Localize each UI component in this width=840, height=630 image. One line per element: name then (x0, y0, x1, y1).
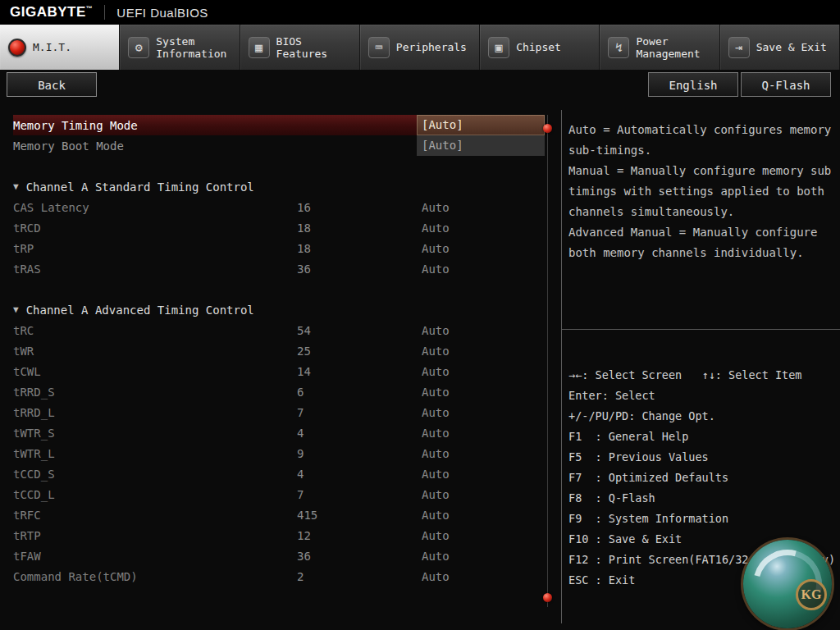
help-description: Auto = Automatically configures memory s… (568, 120, 836, 263)
tab-label: Chipset (516, 41, 561, 53)
setting-auto-value: Auto (422, 550, 545, 563)
tab-label: M.I.T. (33, 41, 71, 53)
scroll-up-button[interactable] (543, 124, 552, 133)
setting-row: tFAW 36 Auto (13, 546, 545, 566)
trademark-symbol: ™ (86, 5, 94, 12)
brand-text: GIGABYTE (10, 4, 86, 20)
setting-name: tRC (13, 324, 297, 337)
tab-system-information[interactable]: ⚙ System Information (120, 25, 240, 70)
setting-name: tRCD (13, 221, 297, 235)
setting-name: tCWL (13, 365, 297, 378)
peripherals-icon: ⌨ (368, 37, 390, 58)
setting-auto-value: Auto (422, 529, 545, 542)
setting-name: tRTP (13, 529, 297, 542)
setting-name: tRRD_L (13, 406, 297, 419)
tab-bios-features[interactable]: ▦ BIOS Features (240, 25, 360, 70)
setting-current-value: 36 (297, 262, 422, 276)
gear-icon: ⚙ (128, 37, 149, 58)
setting-row: tWR 25 Auto (13, 340, 545, 361)
setting-value[interactable]: [Auto] (417, 115, 545, 135)
setting-name: tRP (13, 242, 297, 255)
tab-label: BIOS Features (276, 35, 359, 60)
setting-current-value: 6 (297, 386, 422, 399)
setting-current-value: 7 (297, 406, 422, 419)
tab-save-exit[interactable]: ⇥ Save & Exit (720, 25, 840, 70)
setting-name: tFAW (13, 550, 297, 563)
setting-row-memory-timing-mode[interactable]: Memory Timing Mode [Auto] (13, 115, 545, 135)
setting-row: tRCD 18 Auto (13, 217, 545, 238)
setting-name: CAS Latency (13, 201, 297, 214)
setting-row: tCWL 14 Auto (13, 361, 545, 381)
language-button[interactable]: English (648, 72, 738, 97)
tab-mit[interactable]: M.I.T. (0, 25, 120, 70)
setting-name: tCCD_S (13, 468, 297, 481)
scrollbar[interactable] (547, 115, 548, 607)
setting-auto-value: Auto (422, 262, 545, 276)
section-header-channel-a-standard[interactable]: ▼ Channel A Standard Timing Control (13, 176, 545, 197)
setting-current-value: 415 (297, 509, 422, 522)
watermark-kg-badge: KG (796, 579, 827, 610)
setting-auto-value: Auto (422, 570, 545, 583)
setting-row: tCCD_L 7 Auto (13, 484, 545, 504)
setting-name: Memory Timing Mode (13, 119, 297, 132)
setting-name: tRFC (13, 509, 297, 522)
setting-row: CAS Latency 16 Auto (13, 197, 545, 217)
setting-name: tWR (13, 345, 297, 358)
setting-current-value: 36 (297, 550, 422, 563)
power-icon: ↯ (608, 37, 629, 58)
bios-chip-icon: ▦ (249, 37, 270, 58)
setting-auto-value: Auto (422, 488, 545, 501)
exit-door-icon: ⇥ (728, 37, 750, 58)
tab-chipset[interactable]: ▣ Chipset (480, 25, 600, 70)
settings-list: Memory Timing Mode [Auto] Memory Boot Mo… (13, 115, 545, 587)
back-button[interactable]: Back (7, 72, 97, 97)
setting-row: tRP 18 Auto (13, 238, 545, 258)
setting-current-value: 12 (297, 529, 422, 542)
help-divider (562, 329, 840, 330)
setting-auto-value: Auto (422, 365, 545, 378)
setting-name: tRRD_S (13, 386, 297, 399)
section-header-channel-a-advanced[interactable]: ▼ Channel A Advanced Timing Control (13, 299, 545, 320)
setting-row-memory-boot-mode[interactable]: Memory Boot Mode [Auto] (13, 135, 545, 156)
setting-name: Memory Boot Mode (13, 139, 297, 153)
setting-row: tRAS 36 Auto (13, 258, 545, 279)
chipset-icon: ▣ (488, 37, 509, 58)
bios-title: UEFI DualBIOS (105, 6, 208, 20)
key-line: F7 : Optimized Defaults (568, 468, 835, 488)
scroll-down-button[interactable] (543, 593, 552, 602)
key-line: F1 : General Help (568, 427, 835, 447)
key-line: →←: Select Screen ↑↓: Select Item (568, 365, 835, 386)
setting-auto-value: Auto (422, 242, 545, 255)
qflash-button[interactable]: Q-Flash (741, 72, 831, 97)
setting-auto-value: Auto (422, 386, 545, 399)
setting-current-value: 4 (297, 427, 422, 440)
setting-name: Command Rate(tCMD) (13, 570, 297, 583)
setting-auto-value: Auto (422, 468, 545, 481)
mit-orb-icon (8, 39, 26, 57)
section-title: Channel A Advanced Timing Control (26, 304, 254, 317)
tab-peripherals[interactable]: ⌨ Peripherals (360, 25, 480, 70)
setting-row: tWTR_S 4 Auto (13, 422, 545, 443)
setting-current-value: 9 (297, 447, 422, 460)
setting-value[interactable]: [Auto] (417, 135, 545, 156)
tab-label: Power Management (636, 35, 719, 60)
tab-label: Peripherals (396, 41, 467, 53)
setting-row: tRRD_L 7 Auto (13, 402, 545, 422)
gigabyte-logo: GIGABYTE™ (0, 4, 104, 21)
setting-current-value: 7 (297, 488, 422, 501)
tab-power-management[interactable]: ↯ Power Management (600, 25, 719, 70)
setting-auto-value: Auto (422, 447, 545, 460)
setting-auto-value: Auto (422, 221, 545, 235)
setting-current-value: 2 (297, 570, 422, 583)
setting-name: tWTR_S (13, 427, 297, 440)
setting-name: tWTR_L (13, 447, 297, 460)
setting-auto-value: Auto (422, 324, 545, 337)
row-spacer (13, 156, 545, 176)
setting-current-value: 4 (297, 468, 422, 481)
main-content: Memory Timing Mode [Auto] Memory Boot Mo… (0, 98, 840, 630)
setting-row: tWTR_L 9 Auto (13, 443, 545, 463)
collapse-arrow-icon: ▼ (13, 181, 19, 192)
setting-name: tCCD_L (13, 488, 297, 501)
setting-auto-value: Auto (422, 406, 545, 419)
setting-auto-value: Auto (422, 427, 545, 440)
